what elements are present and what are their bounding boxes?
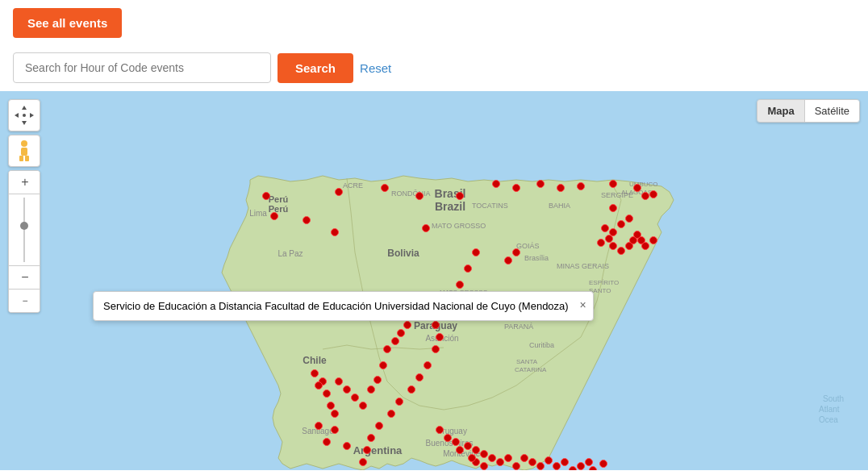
map-pin[interactable] <box>504 256 512 265</box>
map-pin[interactable] <box>343 385 351 394</box>
map-pin[interactable] <box>436 426 444 434</box>
map-pin[interactable] <box>383 345 391 353</box>
map-pin[interactable] <box>468 454 476 462</box>
map-pin[interactable] <box>379 361 387 369</box>
map-pin[interactable] <box>359 458 367 466</box>
map-type-satelite[interactable]: Satélite <box>805 100 859 122</box>
map-pin[interactable] <box>403 321 411 329</box>
map-pin[interactable] <box>633 184 641 192</box>
map-pin[interactable] <box>315 381 323 390</box>
map-pin[interactable] <box>424 361 432 369</box>
map-container[interactable]: Brasil Brazil Perú Perú Lima Bolivia La … <box>0 91 868 470</box>
map-pin[interactable] <box>456 446 464 454</box>
map-pin[interactable] <box>343 442 351 450</box>
map-pin[interactable] <box>569 466 577 470</box>
map-pin[interactable] <box>585 458 593 466</box>
map-pin[interactable] <box>432 345 440 353</box>
map-pin[interactable] <box>436 333 444 341</box>
map-pin[interactable] <box>367 434 375 442</box>
map-pin[interactable] <box>577 462 585 470</box>
map-pin[interactable] <box>528 458 536 466</box>
map-pin[interactable] <box>617 247 625 255</box>
map-pin[interactable] <box>373 376 382 384</box>
map-pin[interactable] <box>496 458 504 466</box>
zoom-controls[interactable]: + − − <box>8 170 40 313</box>
map-pin[interactable] <box>391 337 399 345</box>
pan-control[interactable] <box>8 99 40 131</box>
map-pin[interactable] <box>452 438 460 446</box>
map-pin[interactable] <box>381 184 389 192</box>
search-input[interactable] <box>13 52 271 83</box>
map-pin[interactable] <box>561 458 569 466</box>
map-pin[interactable] <box>472 446 480 454</box>
map-type-mapa[interactable]: Mapa <box>757 100 803 122</box>
map-pin[interactable] <box>375 422 383 430</box>
map-pin[interactable] <box>359 402 367 410</box>
map-pin[interactable] <box>331 426 339 434</box>
reset-button[interactable]: Reset <box>360 61 391 75</box>
zoom-out-button[interactable]: − <box>9 266 40 289</box>
map-pin[interactable] <box>415 373 424 381</box>
map-pin[interactable] <box>609 180 617 188</box>
map-pin[interactable] <box>536 462 545 470</box>
map-pin[interactable] <box>649 236 657 244</box>
map-pin[interactable] <box>601 224 609 232</box>
map-pin[interactable] <box>444 434 452 442</box>
map-pin[interactable] <box>456 281 464 289</box>
map-pin[interactable] <box>464 442 472 450</box>
map-pin[interactable] <box>625 215 633 223</box>
map-pin[interactable] <box>397 329 405 337</box>
map-pin[interactable] <box>323 390 331 398</box>
map-pin[interactable] <box>464 265 472 273</box>
search-button[interactable]: Search <box>278 53 353 83</box>
map-pin[interactable] <box>536 180 545 188</box>
map-pin[interactable] <box>367 385 375 394</box>
map-pin[interactable] <box>327 402 335 410</box>
map-pin[interactable] <box>351 394 359 402</box>
map-pin[interactable] <box>387 410 395 418</box>
zoom-in-button[interactable]: + <box>9 171 40 194</box>
map-pin[interactable] <box>262 192 270 200</box>
map-pin[interactable] <box>641 192 649 200</box>
map-pin[interactable] <box>609 242 617 250</box>
map-pin[interactable] <box>472 248 480 256</box>
map-pin[interactable] <box>504 454 512 462</box>
map-pin[interactable] <box>331 410 339 418</box>
info-popup-close-button[interactable]: × <box>579 298 586 311</box>
map-pin[interactable] <box>641 242 649 250</box>
see-all-events-button[interactable]: See all events <box>13 8 122 38</box>
pegman-control[interactable] <box>8 135 40 167</box>
zoom-slider[interactable] <box>23 198 25 262</box>
map-pin[interactable] <box>520 454 528 462</box>
map-pin[interactable] <box>512 184 520 192</box>
map-pin[interactable] <box>311 369 319 377</box>
map-pin[interactable] <box>480 462 488 470</box>
map-pin[interactable] <box>609 204 617 212</box>
map-pin[interactable] <box>512 248 520 256</box>
map-pin[interactable] <box>335 377 343 385</box>
map-pin[interactable] <box>599 460 607 468</box>
map-pin[interactable] <box>323 438 331 446</box>
map-pin[interactable] <box>315 422 323 430</box>
map-pin[interactable] <box>335 188 343 196</box>
map-pin[interactable] <box>545 456 553 465</box>
map-pin[interactable] <box>557 184 565 192</box>
map-pin[interactable] <box>597 239 605 247</box>
map-pin[interactable] <box>270 212 278 220</box>
map-pin[interactable] <box>456 192 464 200</box>
map-pin[interactable] <box>432 321 440 329</box>
map-pin[interactable] <box>488 454 496 462</box>
map-pin[interactable] <box>649 190 657 198</box>
map-pin[interactable] <box>395 398 403 406</box>
map-pin[interactable] <box>422 224 430 232</box>
map-pin[interactable] <box>553 462 561 470</box>
map-pin[interactable] <box>363 446 371 454</box>
map-pin[interactable] <box>303 216 311 224</box>
map-pin[interactable] <box>492 180 500 188</box>
map-pin[interactable] <box>331 228 339 236</box>
map-pin[interactable] <box>480 450 488 458</box>
zoom-min-button[interactable]: − <box>9 290 40 312</box>
map-pin[interactable] <box>415 192 424 200</box>
map-pin[interactable] <box>577 182 585 190</box>
map-pin[interactable] <box>407 385 415 394</box>
